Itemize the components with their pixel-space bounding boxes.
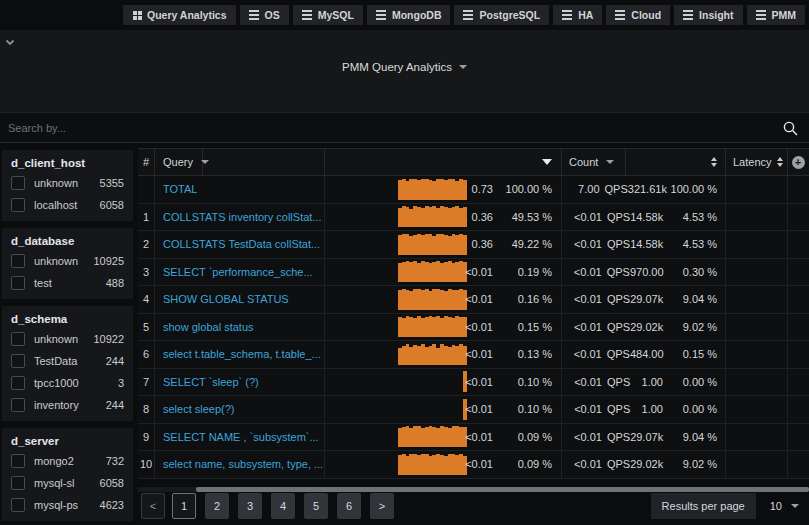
- table-row-total: TOTAL0.73100.00 %7.00QPS321.61k100.00 %: [138, 176, 809, 204]
- nav-tab-cloud[interactable]: Cloud: [606, 5, 670, 25]
- qps-unit: QPS: [607, 211, 630, 223]
- load-percent: 0.09 %: [496, 451, 552, 478]
- next-page-button[interactable]: >: [370, 493, 394, 519]
- results-per-page-select[interactable]: 10: [770, 500, 799, 512]
- nav-tab-insight[interactable]: Insight: [674, 5, 742, 25]
- filter-item-label: TestData: [34, 355, 77, 367]
- query-link[interactable]: TOTAL: [163, 183, 197, 195]
- dashboard-header: PMM Query Analytics: [0, 30, 809, 143]
- qps-unit: QPS: [607, 458, 630, 470]
- load-value: <0.01: [441, 424, 493, 451]
- plus-circle-icon[interactable]: +: [792, 156, 805, 169]
- search-icon[interactable]: [782, 120, 799, 137]
- search-input[interactable]: [0, 113, 778, 142]
- filter-item-label: unknown: [34, 177, 78, 189]
- nav-tab-ha[interactable]: HA: [553, 5, 602, 25]
- nav-tab-os[interactable]: OS: [240, 5, 289, 25]
- count-value: 1.00: [630, 376, 663, 388]
- query-cell: COLLSTATS TestData collStat...: [155, 231, 325, 258]
- nav-tab-label: HA: [578, 9, 593, 21]
- main-content: d_client_hostunknown5355localhost6058d_d…: [0, 144, 809, 525]
- nav-tab-mongodb[interactable]: MongoDB: [367, 5, 451, 25]
- checkbox[interactable]: [11, 376, 25, 390]
- qps-value: <0.01: [568, 211, 602, 223]
- page-button-1[interactable]: 1: [172, 493, 196, 519]
- query-link[interactable]: SELECT NAME , `subsystem`...: [163, 431, 319, 443]
- nav-tab-query-analytics[interactable]: Query Analytics: [123, 5, 236, 25]
- page-button-6[interactable]: 6: [337, 493, 361, 519]
- filter-item-mongo2[interactable]: mongo2732: [11, 450, 124, 472]
- checkbox[interactable]: [11, 176, 25, 190]
- checkbox[interactable]: [11, 198, 25, 212]
- nav-tab-mysql[interactable]: MySQL: [293, 5, 363, 25]
- dashboard-title-dropdown[interactable]: PMM Query Analytics: [0, 61, 809, 73]
- page-button-3[interactable]: 3: [238, 493, 262, 519]
- pagination-bar: < 123456 > Results per page 10: [138, 492, 809, 520]
- checkbox[interactable]: [11, 254, 25, 268]
- count-percent: 9.02 %: [663, 458, 717, 470]
- filter-item-mysql-ps[interactable]: mysql-ps4623: [11, 494, 124, 516]
- checkbox[interactable]: [11, 476, 25, 490]
- nav-tab-postgresql[interactable]: PostgreSQL: [454, 5, 549, 25]
- checkbox[interactable]: [11, 332, 25, 346]
- column-header-query[interactable]: Query: [155, 149, 203, 175]
- filter-item-tpcc1000[interactable]: tpcc10003: [11, 372, 124, 394]
- query-link[interactable]: show global status: [163, 321, 254, 333]
- filter-item-mysql-sl[interactable]: mysql-sl6058: [11, 472, 124, 494]
- count-percent: 9.02 %: [663, 321, 717, 333]
- page-button-4[interactable]: 4: [271, 493, 295, 519]
- filter-item-localhost[interactable]: localhost6058: [11, 194, 124, 216]
- filter-item-count: 4623: [100, 499, 124, 511]
- filter-item-unknown[interactable]: unknown10925: [11, 250, 124, 272]
- latency-cell: [726, 314, 788, 341]
- filter-item-label: localhost: [34, 199, 77, 211]
- chevron-down-icon[interactable]: [4, 38, 16, 47]
- page-button-2[interactable]: 2: [205, 493, 229, 519]
- table-row: 7SELECT `sleep` (?)<0.010.10 %<0.01QPS1.…: [138, 369, 809, 397]
- table-row: 8select sleep(?)<0.010.10 %<0.01QPS1.000…: [138, 396, 809, 424]
- query-link[interactable]: COLLSTATS inventory collStat...: [163, 211, 322, 223]
- filter-item-count: 488: [106, 277, 124, 289]
- filter-item-test[interactable]: test488: [11, 272, 124, 294]
- query-cell: select t.table_schema, t.table_...: [155, 341, 325, 368]
- query-link[interactable]: SELECT `performance_sche...: [163, 266, 313, 278]
- query-link[interactable]: SHOW GLOBAL STATUS: [163, 293, 289, 305]
- row-rank: 1: [138, 204, 155, 231]
- checkbox[interactable]: [11, 354, 25, 368]
- results-per-page-value: 10: [770, 500, 782, 512]
- column-header-latency[interactable]: Latency: [726, 149, 788, 175]
- query-link[interactable]: select name, subsystem, type, ...: [163, 458, 323, 470]
- load-value: <0.01: [441, 396, 493, 423]
- column-header-count[interactable]: Count: [562, 149, 626, 175]
- nav-tab-pmm[interactable]: PMM: [747, 5, 806, 25]
- query-link[interactable]: COLLSTATS TestData collStat...: [163, 238, 320, 250]
- count-cell: <0.01QPS1.000.00 %: [562, 396, 726, 423]
- filter-item-unknown[interactable]: unknown10922: [11, 328, 124, 350]
- filter-item-unknown[interactable]: unknown5355: [11, 172, 124, 194]
- filter-item-TestData[interactable]: TestData244: [11, 350, 124, 372]
- query-link[interactable]: SELECT `sleep` (?): [163, 376, 259, 388]
- load-cell: 0.73100.00 %: [325, 176, 562, 203]
- checkbox[interactable]: [11, 276, 25, 290]
- row-rank: 8: [138, 396, 155, 423]
- menu-icon: [683, 14, 693, 16]
- qps-unit: QPS: [607, 376, 630, 388]
- column-header-count-sort[interactable]: [626, 149, 726, 175]
- qps-unit: QPS: [607, 238, 630, 250]
- qps-value: 7.00: [568, 183, 600, 195]
- chevron-down-icon: [459, 65, 467, 69]
- checkbox[interactable]: [11, 454, 25, 468]
- add-cell: [788, 341, 808, 368]
- checkbox[interactable]: [11, 498, 25, 512]
- query-link[interactable]: select sleep(?): [163, 403, 235, 415]
- page-button-5[interactable]: 5: [304, 493, 328, 519]
- query-link[interactable]: select t.table_schema, t.table_...: [163, 348, 321, 360]
- prev-page-button[interactable]: <: [141, 493, 165, 519]
- load-percent: 0.15 %: [496, 314, 552, 341]
- filter-item-inventory[interactable]: inventory244: [11, 394, 124, 416]
- load-value: <0.01: [441, 286, 493, 313]
- column-header-load[interactable]: [325, 149, 562, 175]
- checkbox[interactable]: [11, 398, 25, 412]
- load-value: 0.36: [441, 204, 493, 231]
- add-cell: [788, 396, 808, 423]
